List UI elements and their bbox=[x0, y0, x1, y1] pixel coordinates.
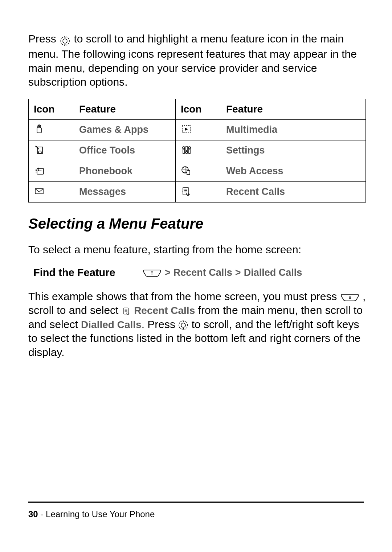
messages-icon bbox=[29, 181, 74, 202]
find-the-feature-row: Find the Feature > Recent Calls > Dialle… bbox=[28, 267, 366, 279]
office-tools-icon bbox=[29, 140, 74, 161]
recent-calls-label: Recent Calls bbox=[221, 181, 366, 202]
footer-title: Learning to Use Your Phone bbox=[46, 509, 155, 519]
page-number: 30 bbox=[28, 509, 38, 519]
svg-point-5 bbox=[38, 125, 40, 127]
page: Press to scroll to and highlight a menu … bbox=[0, 0, 392, 552]
svg-rect-12 bbox=[186, 146, 187, 151]
office-tools-label: Office Tools bbox=[74, 140, 176, 161]
menu-key-icon bbox=[340, 290, 363, 302]
web-access-label: Web Access bbox=[221, 161, 366, 181]
multimedia-label: Multimedia bbox=[221, 119, 366, 140]
intro-press: Press bbox=[28, 33, 56, 45]
nav-key-icon bbox=[178, 318, 191, 330]
th-icon-1: Icon bbox=[29, 99, 74, 119]
recent-calls-icon bbox=[122, 304, 134, 316]
phonebook-icon bbox=[29, 161, 74, 181]
svg-point-1 bbox=[63, 39, 67, 43]
table-row: Office Tools Settings bbox=[29, 140, 366, 161]
path-sep-1: > bbox=[165, 267, 171, 278]
recent-calls-icon bbox=[176, 181, 221, 202]
phonebook-label: Phonebook bbox=[74, 161, 176, 181]
select-intro: To select a menu feature, starting from … bbox=[28, 243, 366, 257]
page-footer: 30 - Learning to Use Your Phone bbox=[28, 502, 364, 519]
explain-t5: to scroll, and the left/right soft keys … bbox=[28, 318, 361, 358]
table-row: Messages Recent Calls bbox=[29, 181, 366, 202]
th-icon-2: Icon bbox=[176, 99, 221, 119]
section-heading: Selecting a Menu Feature bbox=[28, 216, 366, 232]
intro-paragraph: Press to scroll to and highlight a menu … bbox=[28, 32, 366, 89]
messages-label: Messages bbox=[74, 181, 176, 202]
svg-rect-18 bbox=[187, 171, 190, 175]
find-path: > Recent Calls > Dialled Calls bbox=[142, 267, 302, 278]
path-dialled-calls: Dialled Calls bbox=[244, 267, 302, 278]
svg-rect-22 bbox=[123, 308, 128, 314]
explain-t1: This example shows that from the home sc… bbox=[28, 290, 337, 302]
svg-point-15 bbox=[188, 147, 191, 149]
path-sep-2: > bbox=[235, 267, 241, 278]
find-label: Find the Feature bbox=[33, 267, 142, 279]
menu-key-icon bbox=[142, 267, 162, 278]
th-feature-2: Feature bbox=[221, 99, 366, 119]
explain-t4: . Press bbox=[142, 318, 175, 330]
games-apps-label: Games & Apps bbox=[74, 119, 176, 140]
multimedia-icon bbox=[176, 119, 221, 140]
svg-rect-16 bbox=[37, 168, 44, 174]
svg-rect-20 bbox=[183, 188, 189, 195]
icon-feature-table: Icon Feature Icon Feature Games & Apps bbox=[28, 99, 366, 203]
web-access-icon bbox=[176, 161, 221, 181]
intro-rest: to scroll to and highlight a menu featur… bbox=[28, 33, 357, 88]
th-feature-1: Feature bbox=[74, 99, 176, 119]
svg-marker-7 bbox=[185, 128, 188, 131]
svg-rect-10 bbox=[183, 149, 184, 154]
settings-label: Settings bbox=[221, 140, 366, 161]
nav-key-icon bbox=[60, 33, 70, 47]
footer-sep: - bbox=[38, 509, 46, 519]
table-row: Games & Apps Multimedia bbox=[29, 119, 366, 140]
table-header-row: Icon Feature Icon Feature bbox=[29, 99, 366, 119]
svg-rect-14 bbox=[189, 149, 190, 154]
svg-rect-4 bbox=[37, 128, 41, 133]
svg-point-25 bbox=[181, 323, 185, 327]
games-apps-icon bbox=[29, 119, 74, 140]
svg-point-13 bbox=[185, 151, 188, 154]
explanation-paragraph: This example shows that from the home sc… bbox=[28, 290, 366, 359]
explain-recent-calls: Recent Calls bbox=[134, 305, 195, 316]
table-row: Phonebook Web Access bbox=[29, 161, 366, 181]
path-recent-calls: Recent Calls bbox=[173, 267, 232, 278]
explain-dialled-calls: Dialled Calls bbox=[81, 319, 142, 330]
svg-point-11 bbox=[183, 147, 185, 149]
settings-icon bbox=[176, 140, 221, 161]
